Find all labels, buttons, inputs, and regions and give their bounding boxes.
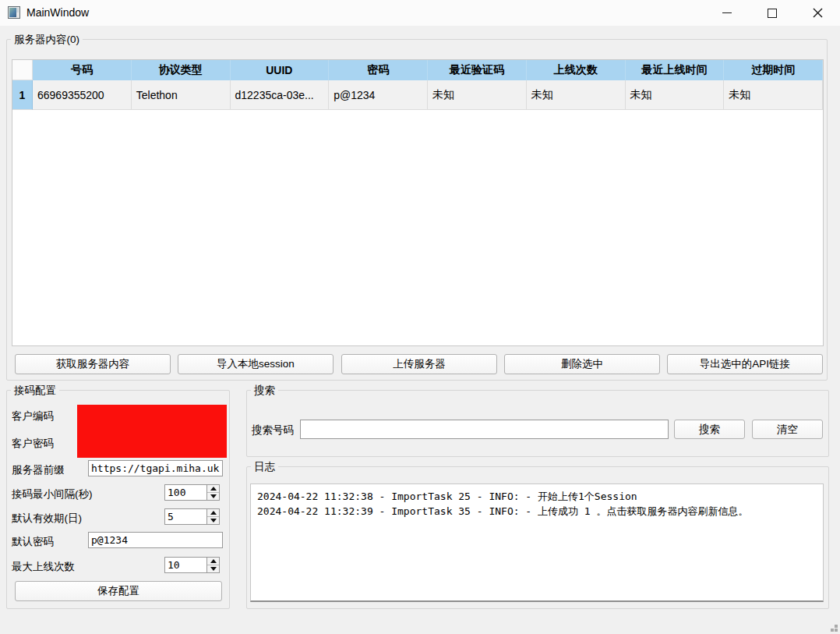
- arrow-up-icon: [210, 487, 217, 491]
- import-session-button[interactable]: 导入本地session: [178, 354, 334, 374]
- log-group-title: 日志: [251, 460, 278, 474]
- client-code-label: 客户编码: [12, 409, 54, 423]
- table-cell-password[interactable]: p@1234: [329, 80, 428, 110]
- column-header-password[interactable]: 密码: [329, 60, 428, 80]
- max-online-input[interactable]: [165, 558, 206, 572]
- window-title: MainWindow: [26, 6, 89, 19]
- config-group-title: 接码配置: [11, 384, 59, 398]
- export-api-links-button[interactable]: 导出选中的API链接: [667, 354, 823, 374]
- search-number-label: 搜索号码: [252, 423, 294, 437]
- maximize-icon: [768, 9, 777, 18]
- spin-up-button[interactable]: [207, 558, 219, 565]
- arrow-down-icon: [210, 494, 217, 498]
- app-icon-art: [9, 8, 16, 17]
- spin-down-button[interactable]: [207, 493, 219, 500]
- server-prefix-label: 服务器前缀: [12, 463, 65, 477]
- table-corner-cell[interactable]: [12, 60, 33, 80]
- table-cell-last-online-time[interactable]: 未知: [626, 80, 725, 110]
- validity-days-spin-buttons: [206, 509, 219, 524]
- log-line: 2024-04-22 11:32:38 - ImportTask 25 - IN…: [257, 489, 817, 504]
- column-header-phone[interactable]: 号码: [33, 60, 132, 80]
- column-header-online-count[interactable]: 上线次数: [527, 60, 626, 80]
- spin-down-button[interactable]: [207, 565, 219, 572]
- server-table-header-row: 号码 协议类型 UUID 密码 最近验证码 上线次数 最近上线时间 过期时间: [12, 60, 823, 80]
- min-interval-spinbox: [164, 484, 220, 501]
- search-button[interactable]: 搜索: [674, 420, 745, 439]
- save-config-button[interactable]: 保存配置: [15, 581, 222, 601]
- close-icon: [813, 8, 823, 18]
- grip-dot: [831, 629, 834, 632]
- column-header-protocol[interactable]: 协议类型: [132, 60, 231, 80]
- app-icon-stripe: [16, 8, 19, 12]
- server-content-group: 服务器内容(0) 号码 协议类型 UUID 密码 最近验证码 上线次数 最近上线…: [6, 39, 828, 381]
- table-cell-protocol[interactable]: Telethon: [132, 80, 231, 110]
- server-table: 号码 协议类型 UUID 密码 最近验证码 上线次数 最近上线时间 过期时间 1…: [12, 59, 824, 346]
- min-interval-spin-buttons: [206, 485, 219, 500]
- max-online-spin-buttons: [206, 558, 219, 572]
- close-button[interactable]: [795, 0, 840, 26]
- spin-up-button[interactable]: [207, 509, 219, 517]
- upload-server-button[interactable]: 上传服务器: [341, 354, 497, 374]
- column-header-expire-time[interactable]: 过期时间: [724, 60, 823, 80]
- arrow-up-icon: [210, 511, 217, 515]
- column-header-uuid[interactable]: UUID: [231, 60, 330, 80]
- minimize-icon: [722, 12, 732, 13]
- column-header-last-online-time[interactable]: 最近上线时间: [626, 60, 725, 80]
- server-content-group-title: 服务器内容(0): [11, 33, 83, 47]
- log-output[interactable]: 2024-04-22 11:32:38 - ImportTask 25 - IN…: [250, 483, 824, 602]
- title-bar: MainWindow: [0, 0, 840, 26]
- app-icon: [8, 6, 20, 19]
- table-cell-online-count[interactable]: 未知: [527, 80, 626, 110]
- table-row: 1 66969355200 Telethon d12235ca-03e... p…: [12, 80, 823, 110]
- clear-button[interactable]: 清空: [752, 420, 823, 439]
- max-online-label: 最大上线次数: [12, 560, 75, 574]
- log-group: 日志 2024-04-22 11:32:38 - ImportTask 25 -…: [246, 466, 829, 609]
- max-online-spinbox: [164, 557, 220, 573]
- validity-days-spinbox: [164, 508, 220, 525]
- default-password-label: 默认密码: [12, 535, 54, 549]
- search-group: 搜索 搜索号码 搜索 清空: [246, 390, 829, 457]
- resize-grip[interactable]: [831, 625, 838, 632]
- spin-down-button[interactable]: [207, 517, 219, 524]
- column-header-last-code[interactable]: 最近验证码: [428, 60, 527, 80]
- arrow-down-icon: [210, 519, 217, 522]
- spin-up-button[interactable]: [207, 485, 219, 493]
- table-cell-phone[interactable]: 66969355200: [33, 80, 132, 110]
- row-header[interactable]: 1: [12, 80, 33, 110]
- grip-dot: [835, 625, 838, 628]
- minimize-button[interactable]: [704, 0, 750, 26]
- table-cell-last-code[interactable]: 未知: [428, 80, 527, 110]
- grip-dot: [835, 629, 838, 632]
- arrow-up-icon: [210, 559, 217, 563]
- search-input[interactable]: [300, 420, 669, 439]
- validity-days-input[interactable]: [165, 509, 206, 524]
- table-cell-uuid[interactable]: d12235ca-03e...: [231, 80, 330, 110]
- delete-selected-button[interactable]: 删除选中: [504, 354, 660, 374]
- min-interval-label: 接码最小间隔(秒): [12, 487, 93, 501]
- maximize-button[interactable]: [750, 0, 795, 26]
- min-interval-input[interactable]: [165, 485, 206, 500]
- client-password-label: 客户密码: [12, 437, 54, 451]
- default-password-input[interactable]: [88, 532, 223, 548]
- server-prefix-input[interactable]: [88, 460, 223, 476]
- search-group-title: 搜索: [251, 384, 278, 398]
- fetch-server-button[interactable]: 获取服务器内容: [15, 354, 171, 374]
- table-cell-expire-time[interactable]: 未知: [724, 80, 823, 110]
- redaction-overlay: [77, 405, 227, 458]
- arrow-down-icon: [210, 567, 217, 571]
- validity-days-label: 默认有效期(日): [12, 512, 82, 526]
- log-line: 2024-04-22 11:32:39 - ImportTask 35 - IN…: [257, 504, 817, 519]
- config-group: 接码配置 客户编码 客户密码 服务器前缀 接码最小间隔(秒) 默认有效期(日) …: [6, 390, 230, 609]
